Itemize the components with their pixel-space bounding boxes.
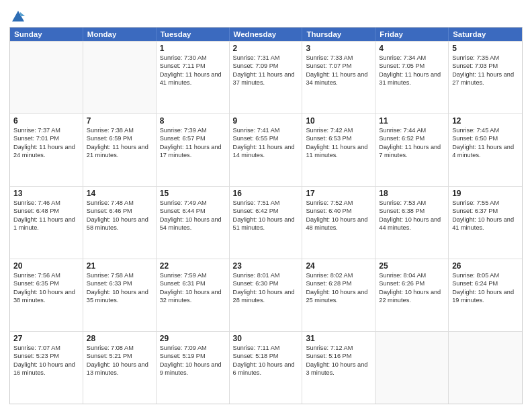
day-number: 13 [13,189,79,198]
day-cell-14: 14Sunrise: 7:48 AM Sunset: 6:46 PM Dayli… [83,187,157,259]
day-cell-10: 10Sunrise: 7:42 AM Sunset: 6:53 PM Dayli… [302,114,375,186]
day-cell-13: 13Sunrise: 7:46 AM Sunset: 6:48 PM Dayli… [10,187,83,259]
day-number: 17 [306,189,371,198]
day-info: Sunrise: 7:33 AM Sunset: 7:07 PM Dayligh… [306,54,371,87]
day-info: Sunrise: 7:39 AM Sunset: 6:57 PM Dayligh… [160,126,226,160]
day-cell-29: 29Sunrise: 7:09 AM Sunset: 5:19 PM Dayli… [157,332,230,404]
day-cell-2: 2Sunrise: 7:31 AM Sunset: 7:09 PM Daylig… [230,42,303,113]
day-cell-1: 1Sunrise: 7:30 AM Sunset: 7:11 PM Daylig… [157,42,230,113]
calendar-row-2: 6Sunrise: 7:37 AM Sunset: 7:01 PM Daylig… [10,113,522,186]
day-info: Sunrise: 8:01 AM Sunset: 6:30 PM Dayligh… [233,271,299,305]
day-info: Sunrise: 8:04 AM Sunset: 6:26 PM Dayligh… [379,271,445,305]
day-cell-12: 12Sunrise: 7:45 AM Sunset: 6:50 PM Dayli… [449,114,522,186]
day-info: Sunrise: 8:05 AM Sunset: 6:24 PM Dayligh… [452,271,519,305]
day-cell-8: 8Sunrise: 7:39 AM Sunset: 6:57 PM Daylig… [157,114,230,186]
day-number: 22 [160,261,226,271]
day-cell-22: 22Sunrise: 7:59 AM Sunset: 6:31 PM Dayli… [157,259,230,331]
empty-cell [449,332,522,404]
day-cell-23: 23Sunrise: 8:01 AM Sunset: 6:30 PM Dayli… [230,259,303,331]
day-cell-7: 7Sunrise: 7:38 AM Sunset: 6:59 PM Daylig… [83,114,157,186]
weekday-header-wednesday: Wednesday [230,28,303,41]
day-info: Sunrise: 7:34 AM Sunset: 7:05 PM Dayligh… [379,54,445,87]
calendar-row-4: 20Sunrise: 7:56 AM Sunset: 6:35 PM Dayli… [10,259,522,331]
day-number: 23 [233,261,299,271]
day-info: Sunrise: 8:02 AM Sunset: 6:28 PM Dayligh… [306,271,371,305]
day-info: Sunrise: 7:12 AM Sunset: 5:16 PM Dayligh… [306,344,371,377]
day-info: Sunrise: 7:58 AM Sunset: 6:33 PM Dayligh… [87,271,152,305]
weekday-header-sunday: Sunday [10,28,83,41]
day-number: 7 [87,116,152,126]
empty-cell [83,42,157,113]
day-cell-21: 21Sunrise: 7:58 AM Sunset: 6:33 PM Dayli… [83,259,157,331]
day-number: 20 [13,261,79,271]
day-cell-31: 31Sunrise: 7:12 AM Sunset: 5:16 PM Dayli… [302,332,375,404]
day-number: 11 [379,116,445,126]
day-number: 3 [306,44,371,53]
day-number: 14 [87,189,152,198]
day-number: 25 [379,261,445,271]
day-info: Sunrise: 7:59 AM Sunset: 6:31 PM Dayligh… [160,271,226,305]
calendar-header-row: SundayMondayTuesdayWednesdayThursdayFrid… [10,28,522,41]
day-info: Sunrise: 7:51 AM Sunset: 6:42 PM Dayligh… [233,199,299,232]
day-cell-19: 19Sunrise: 7:55 AM Sunset: 6:37 PM Dayli… [449,187,522,259]
day-number: 4 [379,44,445,53]
day-cell-4: 4Sunrise: 7:34 AM Sunset: 7:05 PM Daylig… [375,42,449,113]
day-info: Sunrise: 7:45 AM Sunset: 6:50 PM Dayligh… [452,126,519,160]
header [9,7,523,23]
day-cell-16: 16Sunrise: 7:51 AM Sunset: 6:42 PM Dayli… [230,187,303,259]
day-info: Sunrise: 7:07 AM Sunset: 5:23 PM Dayligh… [13,344,79,377]
day-number: 27 [13,334,79,343]
day-info: Sunrise: 7:49 AM Sunset: 6:44 PM Dayligh… [160,199,226,232]
weekday-header-thursday: Thursday [302,28,375,41]
calendar-row-1: 1Sunrise: 7:30 AM Sunset: 7:11 PM Daylig… [10,41,522,113]
day-number: 19 [452,189,519,198]
day-number: 30 [233,334,299,343]
day-number: 29 [160,334,226,343]
day-number: 12 [452,116,519,126]
day-number: 1 [160,44,226,53]
day-cell-30: 30Sunrise: 7:11 AM Sunset: 5:18 PM Dayli… [230,332,303,404]
calendar: SundayMondayTuesdayWednesdayThursdayFrid… [9,27,523,404]
day-cell-3: 3Sunrise: 7:33 AM Sunset: 7:07 PM Daylig… [302,42,375,113]
empty-cell [10,42,83,113]
day-info: Sunrise: 7:08 AM Sunset: 5:21 PM Dayligh… [87,344,152,377]
day-info: Sunrise: 7:38 AM Sunset: 6:59 PM Dayligh… [87,126,152,160]
logo-icon [11,9,26,24]
day-info: Sunrise: 7:11 AM Sunset: 5:18 PM Dayligh… [233,344,299,377]
day-info: Sunrise: 7:35 AM Sunset: 7:03 PM Dayligh… [452,54,519,87]
day-number: 5 [452,44,519,53]
day-number: 26 [452,261,519,271]
weekday-header-tuesday: Tuesday [157,28,230,41]
day-info: Sunrise: 7:41 AM Sunset: 6:55 PM Dayligh… [233,126,299,160]
day-cell-5: 5Sunrise: 7:35 AM Sunset: 7:03 PM Daylig… [449,42,522,113]
day-info: Sunrise: 7:37 AM Sunset: 7:01 PM Dayligh… [13,126,79,160]
day-number: 8 [160,116,226,126]
day-cell-11: 11Sunrise: 7:44 AM Sunset: 6:52 PM Dayli… [375,114,449,186]
day-cell-26: 26Sunrise: 8:05 AM Sunset: 6:24 PM Dayli… [449,259,522,331]
day-cell-27: 27Sunrise: 7:07 AM Sunset: 5:23 PM Dayli… [10,332,83,404]
day-number: 21 [87,261,152,271]
calendar-body: 1Sunrise: 7:30 AM Sunset: 7:11 PM Daylig… [10,41,522,404]
day-info: Sunrise: 7:46 AM Sunset: 6:48 PM Dayligh… [13,199,79,232]
day-info: Sunrise: 7:56 AM Sunset: 6:35 PM Dayligh… [13,271,79,305]
day-cell-24: 24Sunrise: 8:02 AM Sunset: 6:28 PM Dayli… [302,259,375,331]
day-cell-17: 17Sunrise: 7:52 AM Sunset: 6:40 PM Dayli… [302,187,375,259]
day-info: Sunrise: 7:53 AM Sunset: 6:38 PM Dayligh… [379,199,445,232]
day-number: 16 [233,189,299,198]
page: SundayMondayTuesdayWednesdayThursdayFrid… [0,0,532,411]
day-info: Sunrise: 7:48 AM Sunset: 6:46 PM Dayligh… [87,199,152,232]
calendar-row-3: 13Sunrise: 7:46 AM Sunset: 6:48 PM Dayli… [10,186,522,259]
empty-cell [375,332,449,404]
day-number: 15 [160,189,226,198]
weekday-header-friday: Friday [375,28,449,41]
day-number: 2 [233,44,299,53]
day-cell-25: 25Sunrise: 8:04 AM Sunset: 6:26 PM Dayli… [375,259,449,331]
day-number: 18 [379,189,445,198]
day-info: Sunrise: 7:42 AM Sunset: 6:53 PM Dayligh… [306,126,371,160]
day-info: Sunrise: 7:30 AM Sunset: 7:11 PM Dayligh… [160,54,226,87]
day-cell-15: 15Sunrise: 7:49 AM Sunset: 6:44 PM Dayli… [157,187,230,259]
weekday-header-monday: Monday [83,28,157,41]
day-info: Sunrise: 7:09 AM Sunset: 5:19 PM Dayligh… [160,344,226,377]
day-number: 31 [306,334,371,343]
day-info: Sunrise: 7:52 AM Sunset: 6:40 PM Dayligh… [306,199,371,232]
